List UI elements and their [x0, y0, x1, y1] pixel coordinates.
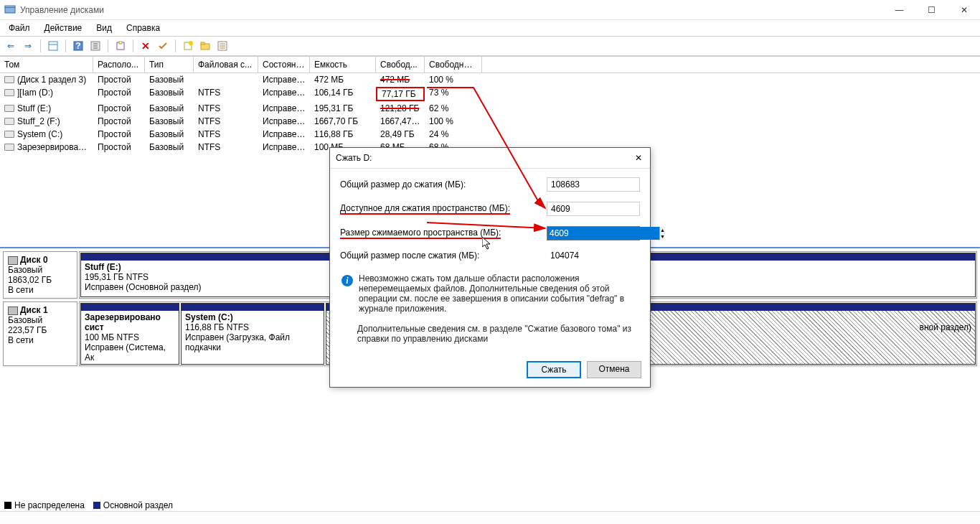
partition-info: 195,31 ГБ NTFS — [85, 272, 149, 282]
partition-status: Исправен (Система, Ак — [85, 342, 166, 362]
table-row[interactable]: System (C:)ПростойБазовыйNTFSИсправен...… — [0, 128, 980, 141]
disk-title: Диск 1 — [20, 305, 48, 315]
col-status[interactable]: Состояние — [258, 57, 310, 72]
spin-up-button[interactable]: ▲ — [660, 227, 665, 233]
volume-table-header: Том Располо... Тип Файловая с... Состоян… — [0, 56, 980, 73]
toolbar-explorer-button[interactable] — [113, 38, 128, 54]
available-space-label: Доступное для сжатия пространство (МБ): — [340, 203, 547, 215]
cell: Простой — [93, 128, 145, 140]
toolbar-list-button[interactable] — [215, 38, 230, 54]
cell: 106,14 ГБ — [310, 87, 376, 101]
dialog-info-text-2: Дополнительные сведения см. в разделе "С… — [357, 324, 639, 344]
col-type[interactable]: Тип — [145, 57, 194, 72]
col-capacity[interactable]: Емкость — [310, 57, 376, 72]
cell: Базовый — [145, 116, 194, 127]
dialog-titlebar: Сжать D: ✕ — [330, 148, 650, 169]
partition[interactable]: Зарезервировано сист 100 МБ NTFS Исправе… — [80, 303, 179, 365]
cell: Исправен... — [258, 141, 310, 153]
col-filesystem[interactable]: Файловая с... — [194, 57, 258, 72]
disk-type: Базовый — [8, 315, 72, 325]
table-row[interactable]: ][Iam (D:)ПростойБазовыйNTFSИсправен...1… — [0, 86, 980, 102]
legend: Не распределена Основной раздел — [4, 500, 173, 510]
cell: NTFS — [194, 141, 258, 153]
app-icon — [4, 4, 16, 16]
total-before-value: 108683 — [547, 177, 640, 192]
toolbar-properties-button[interactable] — [88, 38, 103, 54]
svg-rect-2 — [49, 42, 57, 50]
window-title: Управление дисками — [20, 5, 104, 15]
toolbar-forward-button[interactable]: ⇒ — [20, 38, 36, 54]
toolbar-new-button[interactable] — [180, 38, 196, 54]
menu-help[interactable]: Справка — [123, 22, 163, 34]
titlebar: Управление дисками — ☐ ✕ — [0, 0, 980, 20]
arrow-right-icon: ⇒ — [24, 41, 32, 51]
toolbar-check-button[interactable] — [155, 38, 171, 54]
legend-unallocated-label: Не распределена — [14, 500, 85, 510]
toolbar-folder-button[interactable] — [197, 38, 213, 54]
cell: NTFS — [194, 103, 258, 114]
shrink-ok-button[interactable]: Сжать — [527, 361, 581, 378]
cell: 62 % — [425, 103, 482, 114]
menu-action[interactable]: Действие — [42, 22, 85, 34]
cell: Базовый — [145, 128, 194, 140]
cell: 116,88 ГБ — [310, 128, 376, 140]
cell: Простой — [93, 74, 145, 85]
col-volume[interactable]: Том — [0, 57, 93, 72]
col-freepct[interactable]: Свободно % — [425, 57, 482, 72]
toolbar-delete-button[interactable]: ✕ — [138, 38, 154, 54]
svg-rect-11 — [119, 41, 122, 44]
minimize-button[interactable]: — — [883, 0, 915, 20]
x-icon: ✕ — [141, 40, 150, 52]
cell: Исправен... — [258, 74, 310, 85]
cell: Простой — [93, 87, 145, 101]
disk-status: В сети — [8, 285, 72, 295]
menu-view[interactable]: Вид — [93, 22, 115, 34]
cell: Базовый — [145, 103, 194, 114]
dialog-close-button[interactable]: ✕ — [633, 152, 644, 164]
cell: 100 % — [425, 116, 482, 127]
legend-primary-label: Основной раздел — [103, 500, 173, 510]
cell: (Диск 1 раздел 3) — [0, 74, 93, 85]
col-layout[interactable]: Располо... — [93, 57, 145, 72]
cell: Базовый — [145, 74, 194, 85]
svg-rect-1 — [5, 6, 15, 7]
menu-file[interactable]: Файл — [6, 22, 33, 34]
shrink-amount-input[interactable] — [547, 227, 659, 240]
cell: Stuff_2 (F:) — [0, 116, 93, 127]
table-row[interactable]: Stuff (E:)ПростойБазовыйNTFSИсправен...1… — [0, 102, 980, 115]
svg-point-13 — [189, 41, 193, 45]
disk-status: В сети — [8, 335, 72, 345]
partition-info: 116,88 ГБ NTFS — [185, 322, 249, 332]
cell: Зарезервировано... — [0, 141, 93, 153]
col-free[interactable]: Свобод... — [376, 57, 425, 72]
svg-text:?: ? — [75, 41, 80, 51]
total-after-label: Общий размер после сжатия (МБ): — [340, 251, 547, 261]
partition-info: вной раздел) — [920, 322, 971, 332]
toolbar-views-button[interactable] — [45, 38, 61, 54]
close-button[interactable]: ✕ — [948, 0, 980, 20]
disk-size: 223,57 ГБ — [8, 325, 72, 335]
cell: Простой — [93, 141, 145, 153]
toolbar-back-button[interactable]: ⇐ — [3, 38, 19, 54]
maximize-button[interactable]: ☐ — [915, 0, 948, 20]
toolbar-help-button[interactable]: ? — [70, 38, 86, 54]
cell: 121,28 ГБ — [376, 103, 425, 114]
total-before-label: Общий размер до сжатия (МБ): — [340, 179, 547, 190]
disk-type: Базовый — [8, 265, 72, 275]
cell: 472 МБ — [376, 74, 425, 85]
cell: NTFS — [194, 128, 258, 140]
shrink-cancel-button[interactable]: Отмена — [587, 361, 641, 378]
cell: NTFS — [194, 87, 258, 101]
table-row[interactable]: (Диск 1 раздел 3)ПростойБазовыйИсправен.… — [0, 73, 980, 86]
table-row[interactable]: Stuff_2 (F:)ПростойБазовыйNTFSИсправен..… — [0, 115, 980, 128]
disk-size: 1863,02 ГБ — [8, 275, 72, 285]
disk-header[interactable]: Диск 1 Базовый 223,57 ГБ В сети — [3, 301, 77, 366]
legend-primary-swatch — [93, 502, 100, 509]
shrink-amount-label: Размер сжимаемого пространства (МБ): — [340, 228, 547, 239]
cell — [194, 74, 258, 85]
total-after-value: 104074 — [547, 251, 640, 261]
spin-down-button[interactable]: ▼ — [660, 233, 665, 240]
partition[interactable]: System (C:) 116,88 ГБ NTFS Исправен (Заг… — [181, 303, 324, 365]
cell: 195,31 ГБ — [310, 103, 376, 114]
disk-header[interactable]: Диск 0 Базовый 1863,02 ГБ В сети — [3, 251, 77, 299]
